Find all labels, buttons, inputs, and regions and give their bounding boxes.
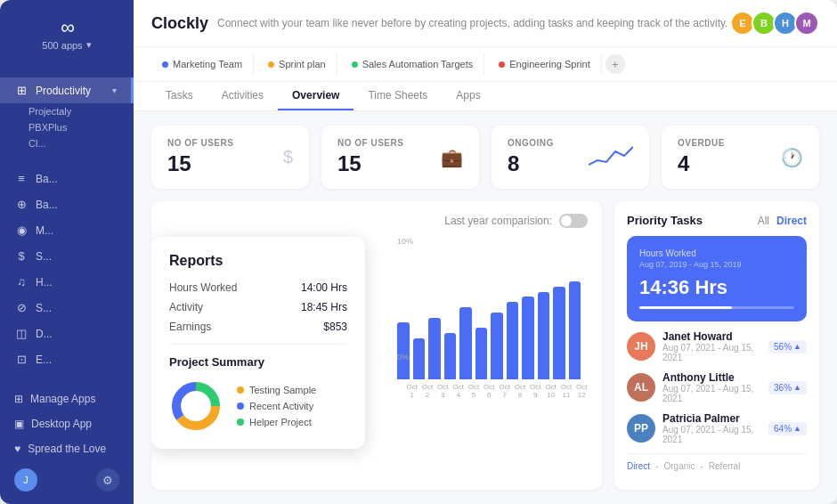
bar-wrap-0: [397, 322, 410, 379]
bar-10: [553, 287, 565, 379]
header-left: Clockly Connect with your team like neve…: [151, 14, 727, 33]
circle-icon: ◉: [14, 224, 28, 237]
headphone-icon: ♫: [14, 275, 28, 289]
bar-3: [444, 333, 457, 379]
stat-overdue-label: OVERDUE: [678, 138, 725, 148]
header-avatars: E B H M: [734, 11, 819, 36]
content-area: NO OF USERS 15 $ NO OF USERS 15 💼 ONGOIN…: [134, 111, 837, 504]
bar-label-10: Oct 11: [560, 383, 572, 399]
tab-timesheets[interactable]: Time Sheets: [353, 82, 442, 110]
apps-label[interactable]: 500 apps ▾: [42, 39, 91, 51]
dollar-icon: $: [14, 249, 28, 263]
heart-icon: ♥: [14, 443, 20, 455]
stat-overdue-value: 4: [678, 151, 725, 176]
sidebar-item-ba2[interactable]: ⊕ Ba...: [0, 191, 134, 217]
reports-row-activity: Activity 18:45 Hrs: [169, 301, 347, 313]
person-info-anthony: Anthony Little Aug 07, 2021 - Aug 15, 20…: [662, 371, 761, 403]
person-date-janet: Aug 07, 2021 - Aug 15, 2021: [662, 343, 761, 362]
reports-popup: Reports Hours Worked 14:00 Hrs Activity …: [151, 237, 365, 449]
add-tag-button[interactable]: +: [605, 54, 625, 74]
bar-wrap-7: [507, 302, 519, 379]
bar-8: [522, 297, 534, 379]
sidebar-item-m[interactable]: ◉ M...: [0, 217, 134, 243]
source-tabs: Direct - Organic - Referral: [627, 453, 807, 471]
sidebar-item-pbxplus[interactable]: PBXPlus: [0, 119, 134, 135]
bar-wrap-3: [444, 333, 457, 379]
sidebar-spread-love[interactable]: ♥ Spread the Love: [0, 436, 134, 461]
sidebar-item-s2[interactable]: ⊘ S...: [0, 295, 134, 321]
percent-badge-anthony: 36% ▲: [768, 381, 807, 394]
person-name-anthony: Anthony Little: [662, 371, 761, 384]
bar-label-8: Oct 9: [530, 383, 541, 399]
sidebar-item-productivity[interactable]: ⊞ Productivity ▾: [0, 77, 134, 103]
avatar-patricia: PP: [627, 414, 655, 443]
tag-engineering[interactable]: Engineering Sprint: [488, 54, 602, 74]
tag-marketing[interactable]: Marketing Team: [151, 54, 254, 74]
tab-tasks[interactable]: Tasks: [151, 82, 207, 110]
reports-row-hours: Hours Worked 14:00 Hrs: [169, 281, 347, 294]
hours-card-sublabel: Aug 07, 2019 - Aug 15, 2019: [639, 260, 794, 269]
source-referral[interactable]: Referral: [709, 461, 741, 471]
hours-value: 14:00 Hrs: [301, 281, 347, 294]
person-name-janet: Janet Howard: [662, 330, 761, 343]
person-name-patricia: Patricia Palmer: [662, 412, 761, 425]
bar-label-0: Oct 1: [406, 383, 418, 399]
sidebar-desktop-app[interactable]: ▣ Desktop App: [0, 411, 134, 436]
sidebar-item-h[interactable]: ♫ H...: [0, 269, 134, 295]
person-icon: ⊘: [14, 301, 28, 314]
person-patricia: PP Patricia Palmer Aug 07, 2021 - Aug 15…: [627, 412, 807, 444]
tag-dot: [268, 61, 274, 68]
tag-dot: [352, 61, 358, 68]
sidebar: ∞ 500 apps ▾ ⊞ Productivity ▾ Projectaly…: [0, 0, 134, 504]
avatar-janet: JH: [627, 332, 655, 361]
chart-header: Last year comparision:: [166, 214, 588, 228]
hours-card-value: 14:36 Hrs: [639, 276, 794, 299]
tab-all[interactable]: All: [758, 215, 769, 227]
chart-legend: Testing Sample Recent Activity Helper Pr…: [237, 385, 316, 427]
hours-bar-fill: [639, 306, 732, 309]
source-direct[interactable]: Direct: [627, 461, 650, 471]
bar-wrap-6: [491, 313, 503, 379]
tab-direct[interactable]: Direct: [776, 215, 807, 227]
bar-label-1: Oct 2: [421, 383, 433, 399]
sidebar-item-d[interactable]: ◫ D...: [0, 321, 134, 346]
sidebar-item-e[interactable]: ⊡ E...: [0, 346, 134, 372]
sidebar-manage-apps[interactable]: ⊞ Manage Apps: [0, 386, 134, 411]
avatar-anthony: AL: [627, 373, 655, 402]
sidebar-item-ba1[interactable]: ≡ Ba...: [0, 166, 134, 191]
up-arrow-janet: ▲: [793, 342, 801, 351]
bar-label-2: Oct 3: [437, 383, 449, 399]
up-arrow-patricia: ▲: [793, 424, 801, 433]
manage-apps-icon: ⊞: [14, 393, 23, 405]
priority-tabs: All Direct: [758, 215, 807, 227]
legend-dot-testing: [237, 386, 244, 394]
sidebar-item-s1[interactable]: $ S...: [0, 243, 134, 269]
tab-activities[interactable]: Activities: [207, 82, 278, 110]
hours-card: Hours Worked Aug 07, 2019 - Aug 15, 2019…: [627, 236, 807, 321]
spread-love-label: Spread the Love: [28, 443, 106, 455]
bar-label-3: Oct 4: [452, 383, 464, 399]
productivity-icon: ⊞: [14, 84, 28, 97]
sidebar-item-projectaly[interactable]: Projectaly: [0, 103, 134, 119]
stat-users2: NO OF USERS 15 💼: [321, 126, 479, 189]
bar-5: [475, 328, 488, 379]
bars-container: [397, 255, 581, 379]
tab-overview[interactable]: Overview: [278, 82, 353, 110]
bar-4: [459, 307, 472, 379]
bar-9: [538, 292, 550, 379]
toggle-switch[interactable]: [559, 214, 588, 228]
logo-icon: ∞: [61, 16, 73, 39]
tag-sprint[interactable]: Sprint plan: [257, 54, 337, 74]
person-anthony: AL Anthony Little Aug 07, 2021 - Aug 15,…: [627, 371, 807, 403]
app-subtitle: Connect with your team like never before…: [217, 17, 727, 29]
bar-wrap-11: [569, 281, 581, 379]
source-organic[interactable]: Organic: [663, 461, 695, 471]
add-icon: ⊕: [14, 198, 28, 211]
stat-users-value: 15: [167, 151, 233, 176]
sidebar-item-cl[interactable]: Cl...: [0, 135, 134, 151]
user-avatar[interactable]: J: [14, 468, 37, 492]
tab-apps[interactable]: Apps: [442, 82, 494, 110]
settings-icon[interactable]: ⚙: [96, 468, 119, 492]
tag-sales[interactable]: Sales Automation Targets: [341, 54, 485, 74]
bar-wrap-10: [553, 287, 565, 379]
